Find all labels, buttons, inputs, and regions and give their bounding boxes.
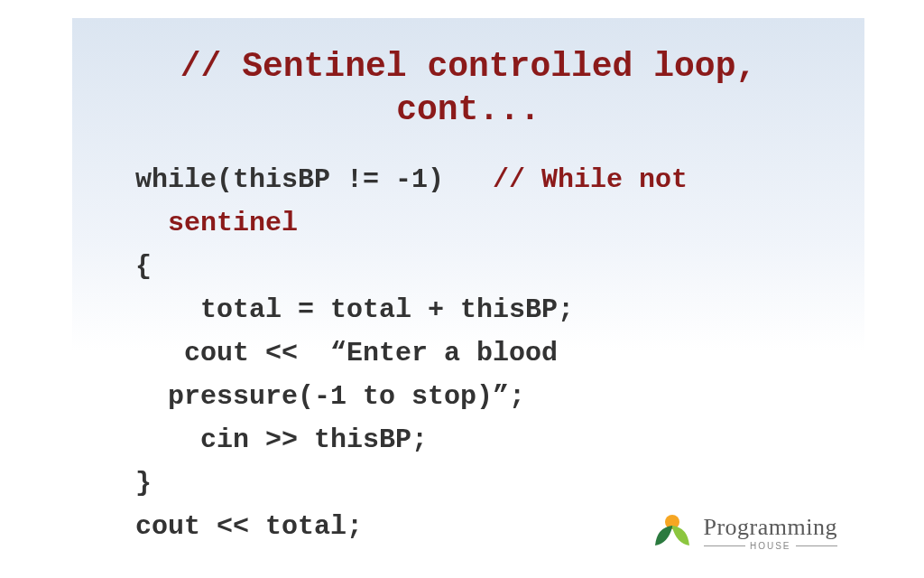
code-comment-1: // While not: [493, 164, 688, 195]
logo-text: Programming HOUSE: [704, 514, 838, 551]
logo-sub-row: HOUSE: [704, 541, 838, 551]
logo: Programming HOUSE: [650, 509, 838, 555]
code-line-3: {: [135, 251, 152, 282]
code-line-5: cout << “Enter a blood: [135, 338, 558, 368]
logo-sub-text: HOUSE: [750, 541, 791, 551]
code-line-9: cout << total;: [135, 511, 363, 542]
logo-divider-right: [796, 545, 837, 546]
slide-title: // Sentinel controlled loop, cont...: [117, 45, 819, 131]
code-line-7: cin >> thisBP;: [135, 424, 428, 455]
code-line-8: }: [135, 468, 152, 499]
code-block: while(thisBP != -1) // While not sentine…: [117, 158, 819, 548]
leaf-logo-icon: [650, 509, 695, 555]
code-line-6: pressure(-1 to stop)”;: [135, 381, 525, 412]
logo-main-text: Programming: [704, 514, 838, 541]
logo-divider-left: [704, 545, 745, 546]
code-comment-2: sentinel: [135, 208, 298, 238]
code-line-4: total = total + thisBP;: [135, 294, 574, 325]
slide-container: // Sentinel controlled loop, cont... whi…: [72, 18, 864, 573]
code-line-1a: while(thisBP != -1): [135, 164, 493, 195]
